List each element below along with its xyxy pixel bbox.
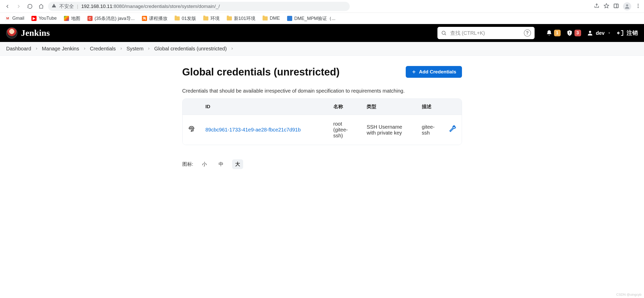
add-credentials-label: Add Credentials [419, 69, 456, 75]
credential-type: SSH Username with private key [361, 115, 417, 145]
page-title: Global credentials (unrestricted) [182, 66, 340, 78]
nav-forward-button[interactable] [14, 2, 23, 11]
fingerprint-icon [183, 115, 200, 145]
chevron-right-icon [230, 46, 234, 52]
breadcrumb: Dashboard Manage Jenkins Credentials Sys… [0, 42, 644, 56]
iconsize-option-large[interactable]: 大 [232, 159, 243, 169]
breadcrumb-link[interactable]: Global credentials (unrestricted) [154, 46, 227, 52]
svg-line-7 [445, 34, 446, 35]
iconsize-option-small[interactable]: 小 [199, 159, 210, 169]
iconsize-option-medium[interactable]: 中 [216, 159, 227, 169]
folder-icon [175, 16, 180, 20]
folder-icon [263, 16, 268, 20]
nav-reload-button[interactable] [26, 2, 34, 11]
svg-point-3 [638, 4, 639, 5]
insecure-label: 不安全 [59, 3, 74, 10]
insecure-icon [52, 3, 56, 9]
plus-icon [411, 69, 416, 74]
bookmark-item[interactable]: 新101环境 [227, 15, 255, 21]
nav-back-button[interactable] [3, 2, 12, 11]
nav-home-button[interactable] [37, 2, 46, 11]
breadcrumb-link[interactable]: System [127, 46, 144, 52]
add-credentials-button[interactable]: Add Credentials [406, 66, 462, 78]
search-help-icon[interactable]: ? [524, 29, 531, 37]
user-menu-button[interactable]: dev [587, 30, 611, 36]
notifications-button[interactable]: 1 [546, 30, 561, 36]
search-box[interactable]: ? [437, 27, 535, 39]
chrome-menu-icon[interactable] [635, 3, 641, 10]
svg-point-6 [442, 31, 445, 35]
user-icon [587, 30, 593, 36]
panel-icon[interactable] [613, 3, 619, 10]
breadcrumb-link[interactable]: Dashboard [6, 46, 31, 52]
logout-label: 注销 [627, 29, 638, 37]
breadcrumb-link[interactable]: Credentials [90, 46, 116, 52]
bell-icon [546, 30, 552, 36]
bookmark-item[interactable]: DME [263, 16, 280, 21]
search-input[interactable] [450, 30, 520, 36]
folder-icon [203, 16, 208, 20]
main-content: Global credentials (unrestricted) Add Cr… [142, 56, 502, 179]
profile-avatar-icon[interactable] [623, 2, 631, 10]
logout-button[interactable]: 注销 [617, 29, 638, 37]
bookmark-item[interactable]: ▶YouTube [31, 16, 57, 21]
credential-id-link[interactable]: 89cbc961-1733-41e9-ae28-fbce21c7d91b [206, 127, 301, 133]
bookmark-item[interactable]: DME_MPM验证（... [287, 15, 335, 21]
svg-point-8 [589, 31, 591, 33]
bookmark-item[interactable]: 淘课程播放 [142, 15, 167, 21]
url-text: 192.168.10.11:8080/manage/credentials/st… [81, 4, 220, 9]
col-header-id[interactable]: ID [200, 99, 328, 115]
svg-point-5 [638, 7, 639, 8]
table-row: 89cbc961-1733-41e9-ae28-fbce21c7d91b roo… [183, 115, 462, 145]
jenkins-header: Jenkins ? 1 3 dev 注销 [0, 24, 644, 42]
configure-credential-button[interactable] [443, 115, 462, 145]
icon-size-selector: 图标: 小 中 大 [182, 159, 462, 169]
username-label: dev [596, 30, 605, 36]
breadcrumb-link[interactable]: Manage Jenkins [42, 46, 79, 52]
jenkins-brand-text: Jenkins [21, 28, 50, 38]
share-icon[interactable] [594, 3, 600, 10]
bookmark-item[interactable]: MGmail [5, 16, 24, 21]
chevron-right-icon [35, 46, 38, 52]
bookmark-star-icon[interactable] [604, 3, 609, 10]
credentials-table: ID 名称 类型 描述 89cbc961-1733-41e9-ae28-fbce… [182, 98, 462, 145]
page-description: Credentials that should be available irr… [182, 88, 462, 94]
col-header-name[interactable]: 名称 [328, 99, 362, 115]
credential-desc: gitee-ssh [417, 115, 443, 145]
svg-point-4 [638, 5, 639, 6]
bookmark-item[interactable]: C(35条消息) java导... [87, 15, 135, 21]
bookmark-item[interactable]: 地图 [64, 15, 80, 21]
bookmark-item[interactable]: 环境 [203, 15, 220, 21]
browser-toolbar: 不安全 | 192.168.10.11:8080/manage/credenti… [0, 0, 644, 13]
svg-point-2 [626, 4, 628, 6]
alerts-button[interactable]: 3 [566, 30, 581, 36]
chevron-right-icon [83, 46, 86, 52]
credential-name: root (gitee-ssh) [328, 115, 362, 145]
chevron-right-icon [119, 46, 123, 52]
svg-rect-0 [614, 4, 618, 8]
alert-badge: 3 [574, 30, 581, 36]
shield-alert-icon [566, 30, 573, 36]
url-bar[interactable]: 不安全 | 192.168.10.11:8080/manage/credenti… [48, 2, 350, 11]
notif-badge: 1 [554, 30, 561, 36]
search-icon [441, 30, 447, 36]
jenkins-logo[interactable]: Jenkins [6, 27, 50, 39]
logout-icon [617, 29, 624, 37]
iconsize-label: 图标: [182, 161, 193, 168]
col-header-desc[interactable]: 描述 [417, 99, 443, 115]
bookmarks-bar: MGmail ▶YouTube 地图 C(35条消息) java导... 淘课程… [0, 13, 644, 24]
bookmark-item[interactable]: 01发版 [175, 15, 196, 21]
jenkins-mascot-icon [6, 27, 17, 39]
chevron-down-icon [607, 31, 611, 35]
chevron-right-icon [147, 46, 151, 52]
folder-icon [227, 16, 232, 20]
col-header-type[interactable]: 类型 [361, 99, 417, 115]
